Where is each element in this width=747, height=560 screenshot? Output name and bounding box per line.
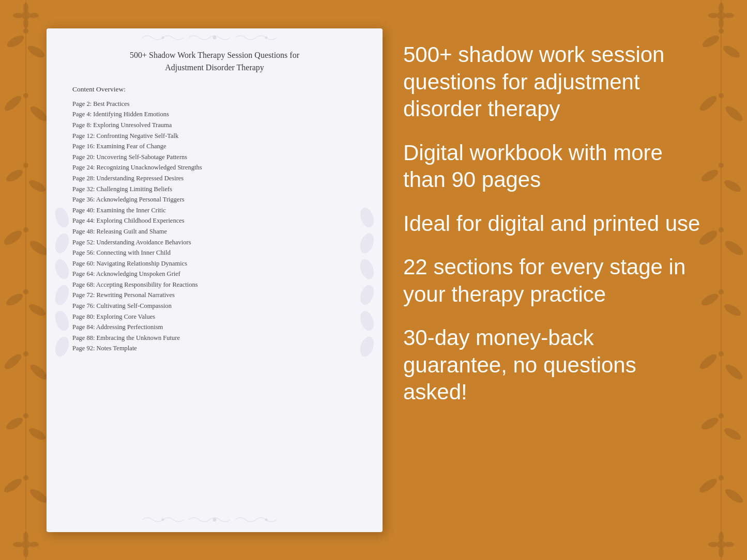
svg-point-24 [23,475,28,480]
svg-point-19 [4,415,24,432]
toc-item: Page 72: Rewriting Personal Narratives [72,290,357,301]
svg-point-62 [719,18,724,28]
feature-text-4: 22 sections for every stage in your ther… [403,254,703,308]
svg-point-28 [13,13,23,18]
svg-point-79 [53,283,71,307]
svg-point-52 [724,362,745,382]
toc-item: Page 2: Best Practices [72,99,357,110]
svg-point-46 [723,238,745,258]
content-overview-label: Content Overview: [72,85,357,94]
svg-point-82 [358,206,376,229]
toc-item: Page 60: Navigating Relationship Dynamic… [72,258,357,269]
svg-point-53 [719,351,724,356]
toc-item: Page 24: Recognizing Unacknowledged Stre… [72,163,357,174]
doc-watermark-left [52,202,72,359]
svg-point-76 [53,206,71,229]
svg-point-18 [23,351,28,356]
toc-item: Page 48: Releasing Guilt and Shame [72,226,357,237]
svg-point-66 [719,532,724,542]
doc-watermark-right [357,202,377,359]
svg-point-26 [23,3,28,13]
svg-point-37 [721,43,741,60]
svg-point-67 [719,547,724,557]
svg-point-71 [162,37,164,39]
svg-point-9 [23,163,28,168]
table-of-contents: Page 2: Best PracticesPage 4: Identifyin… [72,99,357,354]
svg-point-56 [719,413,724,418]
svg-point-64 [724,13,734,18]
toc-item: Page 52: Understanding Avoidance Behavio… [72,237,357,248]
doc-ornament-top [137,33,292,46]
svg-point-1 [5,33,25,50]
svg-point-81 [53,335,71,357]
toc-item: Page 16: Examining Fear of Change [72,141,357,152]
document-title: 500+ Shadow Work Therapy Session Questio… [72,49,357,74]
svg-point-69 [724,542,734,547]
toc-item: Page 32: Challenging Limiting Beliefs [72,184,357,195]
svg-point-58 [723,487,745,505]
svg-point-36 [700,33,721,50]
svg-point-61 [719,3,724,13]
svg-point-3 [23,28,28,34]
feature-text-5: 30-day money-back guarantee, no question… [403,324,703,406]
svg-point-4 [3,94,24,113]
svg-point-85 [358,283,376,307]
svg-point-34 [28,542,39,547]
svg-point-33 [13,542,23,547]
toc-item: Page 92: Notes Template [72,344,357,354]
svg-point-72 [265,37,267,39]
svg-point-73 [213,518,216,521]
svg-point-29 [28,13,39,18]
svg-point-13 [4,291,24,308]
svg-point-77 [53,231,71,255]
svg-point-44 [719,163,724,168]
toc-item: Page 84: Addressing Perfectionism [72,322,357,333]
svg-point-41 [719,93,724,98]
toc-item: Page 28: Understanding Repressed Desires [72,173,357,184]
toc-item: Page 40: Examining the Inner Critic [72,205,357,216]
svg-point-40 [724,104,745,123]
svg-point-57 [697,476,719,495]
svg-point-50 [719,289,724,294]
svg-point-70 [213,36,216,39]
svg-point-21 [23,413,28,418]
feature-text-2: Digital workbook with more than 90 pages [403,139,703,194]
svg-point-49 [722,302,742,318]
document-card: 500+ Shadow Work Therapy Session Questio… [47,28,383,532]
svg-point-59 [719,475,724,480]
toc-item: Page 44: Exploring Childhood Experiences [72,216,357,227]
svg-point-16 [3,352,24,371]
features-panel: 500+ shadow work session questions for a… [403,41,703,423]
svg-point-20 [27,426,47,442]
toc-item: Page 36: Acknowledging Personal Triggers [72,194,357,205]
svg-point-78 [53,257,71,281]
toc-item: Page 4: Identifying Hidden Emotions [72,110,357,120]
svg-point-83 [358,231,376,255]
svg-point-10 [2,228,24,247]
svg-point-2 [26,43,46,60]
svg-point-74 [162,519,164,521]
svg-point-6 [23,93,28,98]
toc-item: Page 12: Confronting Negative Self-Talk [72,131,357,142]
svg-point-55 [722,426,742,442]
svg-point-86 [358,309,376,333]
toc-item: Page 80: Exploring Core Values [72,312,357,322]
svg-point-15 [23,289,28,294]
svg-point-22 [2,476,24,495]
toc-item: Page 76: Cultivating Self-Compassion [72,301,357,312]
svg-point-27 [23,18,28,28]
svg-point-12 [23,227,28,232]
svg-point-31 [23,532,28,542]
svg-point-38 [719,28,724,34]
svg-point-68 [708,542,719,547]
toc-item: Page 8: Exploring Unresolved Trauma [72,120,357,131]
svg-point-43 [722,178,742,194]
svg-point-80 [53,309,71,333]
svg-point-84 [358,257,376,281]
svg-point-8 [27,178,47,194]
toc-item: Page 88: Embracing the Unknown Future [72,333,357,344]
svg-point-63 [708,13,719,18]
toc-item: Page 56: Connecting with Inner Child [72,247,357,258]
svg-point-87 [358,335,376,357]
toc-item: Page 64: Acknowledging Unspoken Grief [72,269,357,280]
